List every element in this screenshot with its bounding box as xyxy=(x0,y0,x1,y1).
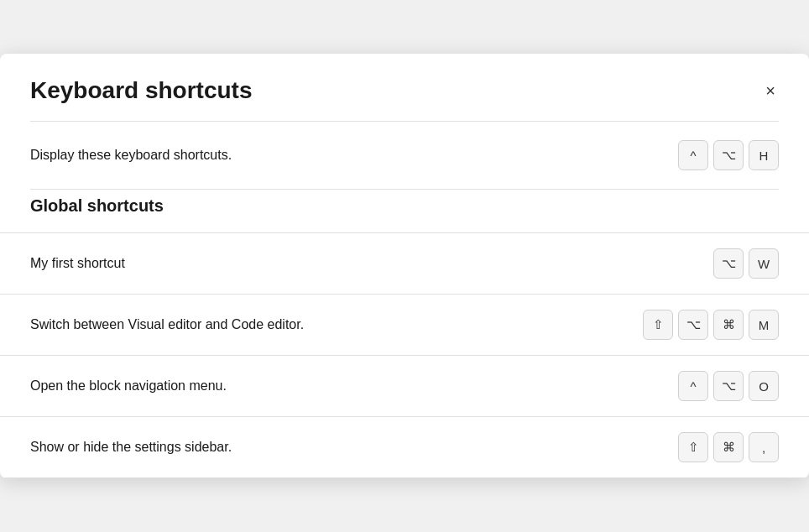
shortcut-row-2: Switch between Visual editor and Code ed… xyxy=(0,294,809,355)
shortcut-row-4: Show or hide the settings sidebar. ⇧ ⌘ , xyxy=(0,416,809,478)
shortcut-label-4: Show or hide the settings sidebar. xyxy=(30,440,232,455)
key-ctrl: ^ xyxy=(678,140,708,170)
key-o: O xyxy=(749,371,779,401)
top-shortcut-row: Display these keyboard shortcuts. ^ ⌥ H xyxy=(0,122,809,189)
shortcut-keys-1: ⌥ W xyxy=(713,248,779,279)
close-button[interactable]: × xyxy=(762,78,779,104)
key-alt-2: ⌥ xyxy=(678,310,708,340)
shortcut-row-1: My first shortcut ⌥ W xyxy=(0,232,809,294)
key-alt-1: ⌥ xyxy=(713,248,744,279)
shortcut-keys-4: ⇧ ⌘ , xyxy=(678,432,779,462)
shortcut-keys-2: ⇧ ⌥ ⌘ M xyxy=(643,310,779,340)
key-alt-3: ⌥ xyxy=(713,371,744,401)
shortcut-label-1: My first shortcut xyxy=(30,256,125,271)
key-shift-4: ⇧ xyxy=(678,432,708,462)
key-h: H xyxy=(749,140,779,170)
key-shift-2: ⇧ xyxy=(643,310,673,340)
key-m: M xyxy=(749,310,779,340)
shortcut-label-3: Open the block navigation menu. xyxy=(30,378,227,394)
key-cmd-2: ⌘ xyxy=(713,310,744,340)
key-ctrl-3: ^ xyxy=(678,371,708,401)
top-shortcut-label: Display these keyboard shortcuts. xyxy=(30,148,232,163)
shortcut-label-2: Switch between Visual editor and Code ed… xyxy=(30,317,304,332)
key-comma: , xyxy=(749,432,779,462)
shortcut-row-3: Open the block navigation menu. ^ ⌥ O xyxy=(0,355,809,416)
keyboard-shortcuts-modal: Keyboard shortcuts × Display these keybo… xyxy=(0,54,809,478)
key-cmd-4: ⌘ xyxy=(713,432,744,462)
shortcut-keys-3: ^ ⌥ O xyxy=(678,371,779,401)
key-alt: ⌥ xyxy=(713,140,744,170)
global-section-title: Global shortcuts xyxy=(0,190,809,232)
top-shortcut-keys: ^ ⌥ H xyxy=(678,140,779,170)
modal-header: Keyboard shortcuts × xyxy=(0,54,809,121)
modal-title: Keyboard shortcuts xyxy=(30,77,253,104)
key-w: W xyxy=(749,248,779,279)
